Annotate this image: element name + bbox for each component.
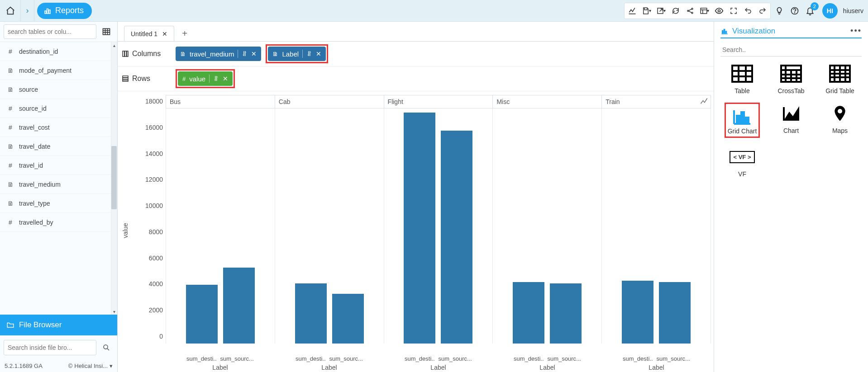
share-icon[interactable] bbox=[683, 4, 697, 18]
sidebar: #destination_id🗎mode_of_payment🗎source#s… bbox=[0, 22, 118, 372]
search-icon[interactable] bbox=[99, 340, 114, 355]
bar[interactable] bbox=[404, 113, 435, 344]
scrollbar[interactable]: ▴ ▾ bbox=[111, 42, 117, 315]
doc-icon: 🗎 bbox=[6, 67, 14, 74]
sidebar-footer: 5.2.1.1689 GA © Helical Insi... ▾ bbox=[0, 360, 117, 372]
field-label: travel_date bbox=[19, 143, 50, 150]
field-item[interactable]: 🗎mode_of_payment bbox=[0, 61, 117, 80]
fullscreen-icon[interactable] bbox=[727, 4, 740, 18]
vis-item-chart[interactable]: Chart bbox=[769, 103, 813, 138]
visualization-panel: Visualization ••• TableCrossTabGrid Tabl… bbox=[714, 22, 868, 372]
x-tick: sum_sourc... bbox=[329, 355, 363, 362]
x-tick: sum_desti.. bbox=[623, 355, 653, 362]
hash-icon: # bbox=[6, 124, 14, 131]
new-tab-button[interactable]: + bbox=[178, 26, 191, 41]
pill-value[interactable]: # value ⥯ ✕ bbox=[178, 71, 233, 86]
vis-item-label: Maps bbox=[832, 127, 848, 134]
breadcrumb-chevron[interactable]: › bbox=[21, 0, 34, 21]
more-options-icon[interactable]: ••• bbox=[850, 26, 862, 36]
y-tick: 8000 bbox=[149, 228, 163, 235]
export-icon[interactable]: ▾ bbox=[654, 4, 668, 18]
table-toggle-icon[interactable] bbox=[99, 24, 114, 39]
vis-item-crosstab[interactable]: CrossTab bbox=[769, 63, 813, 94]
remove-pill-icon[interactable]: ✕ bbox=[316, 50, 321, 57]
reports-tab[interactable]: Reports bbox=[37, 3, 92, 19]
scrollbar-thumb[interactable] bbox=[111, 146, 117, 209]
tabs-row: Untitled 1 ✕ + bbox=[118, 22, 714, 42]
home-button[interactable] bbox=[0, 0, 21, 21]
file-browser-label: File Browser bbox=[19, 320, 62, 330]
sort-icon[interactable]: ⥯ bbox=[306, 50, 312, 58]
pill-label-col[interactable]: 🗎 Label ⥯ ✕ bbox=[268, 47, 326, 61]
topbar-left: › Reports bbox=[0, 0, 92, 21]
field-item[interactable]: 🗎travel_medium bbox=[0, 175, 117, 194]
pill-label: travel_medium bbox=[190, 50, 234, 58]
bar[interactable] bbox=[295, 283, 327, 344]
field-item[interactable]: 🗎travel_date bbox=[0, 137, 117, 156]
redo-icon[interactable] bbox=[756, 4, 769, 18]
visualization-search-input[interactable] bbox=[720, 43, 862, 57]
remove-pill-icon[interactable]: ✕ bbox=[223, 75, 228, 82]
undo-icon[interactable] bbox=[741, 4, 755, 18]
sidebar-search-input[interactable] bbox=[4, 24, 96, 39]
field-item[interactable]: 🗎source bbox=[0, 80, 117, 99]
trend-line-icon[interactable] bbox=[697, 95, 711, 108]
topbar-right: ▾ ▾ ▾ 2 HI hiuserv bbox=[624, 0, 863, 21]
vis-item-maps[interactable]: Maps bbox=[818, 103, 862, 138]
bar[interactable] bbox=[513, 282, 544, 344]
remove-pill-icon[interactable]: ✕ bbox=[251, 50, 257, 57]
table-icon bbox=[728, 63, 757, 85]
field-item[interactable]: #source_id bbox=[0, 99, 117, 118]
field-item[interactable]: 🗎travel_type bbox=[0, 194, 117, 213]
scroll-up-icon[interactable]: ▴ bbox=[111, 42, 117, 48]
sort-icon[interactable]: ⥯ bbox=[242, 50, 248, 58]
scroll-down-icon[interactable]: ▾ bbox=[111, 308, 117, 315]
field-item[interactable]: #travelled_by bbox=[0, 213, 117, 232]
close-tab-icon[interactable]: ✕ bbox=[162, 30, 167, 38]
sort-icon[interactable]: ⥯ bbox=[213, 75, 219, 83]
doc-icon: 🗎 bbox=[6, 86, 14, 93]
help-icon[interactable] bbox=[788, 4, 801, 18]
chart-area: BusCabFlightMiscTrain value 020004000600… bbox=[118, 91, 714, 372]
line-chart-icon[interactable] bbox=[625, 4, 639, 18]
chart-icon bbox=[777, 103, 806, 124]
bar[interactable] bbox=[441, 131, 472, 344]
y-tick: 16000 bbox=[145, 124, 163, 131]
y-axis-ticks: 0200040006000800010000120001400016000180… bbox=[130, 108, 166, 344]
chart-panel bbox=[493, 108, 602, 344]
bar[interactable] bbox=[659, 282, 691, 344]
field-label: travel_cost bbox=[19, 124, 50, 131]
refresh-icon[interactable] bbox=[669, 4, 682, 18]
footer-caret-icon[interactable]: ▾ bbox=[110, 363, 113, 369]
file-browser-search-input[interactable] bbox=[4, 340, 96, 355]
field-label: mode_of_payment bbox=[19, 67, 72, 74]
vis-item-table[interactable]: Table bbox=[720, 63, 764, 94]
file-browser-button[interactable]: File Browser bbox=[0, 315, 117, 335]
copyright-icon: © bbox=[68, 363, 73, 369]
field-item[interactable]: #destination_id bbox=[0, 42, 117, 61]
pill-travel-medium[interactable]: 🗎 travel_medium ⥯ ✕ bbox=[176, 47, 261, 61]
bar[interactable] bbox=[223, 268, 255, 344]
notification-bell-icon[interactable]: 2 bbox=[803, 4, 817, 18]
field-item[interactable]: #travel_id bbox=[0, 156, 117, 175]
hash-icon: # bbox=[6, 48, 14, 55]
visualization-search bbox=[720, 43, 862, 57]
bar[interactable] bbox=[550, 283, 582, 344]
tab-untitled[interactable]: Untitled 1 ✕ bbox=[124, 26, 174, 41]
save-icon[interactable]: ▾ bbox=[640, 4, 653, 18]
avatar[interactable]: HI bbox=[822, 3, 838, 19]
eye-icon[interactable] bbox=[712, 4, 726, 18]
bar[interactable] bbox=[622, 281, 653, 344]
lightbulb-icon[interactable] bbox=[773, 4, 786, 18]
panel-header: Flight bbox=[384, 95, 493, 108]
bar[interactable] bbox=[332, 294, 364, 344]
layout-icon[interactable]: ▾ bbox=[698, 4, 711, 18]
vis-item-grid-table[interactable]: Grid Table bbox=[818, 63, 862, 94]
x-tick: sum_sourc... bbox=[657, 355, 690, 362]
svg-rect-15 bbox=[127, 51, 128, 57]
field-item[interactable]: #travel_cost bbox=[0, 118, 117, 137]
version-label: 5.2.1.1689 GA bbox=[5, 363, 43, 369]
vis-item-vf[interactable]: < VF >VF bbox=[720, 146, 764, 178]
bar[interactable] bbox=[186, 285, 218, 344]
vis-item-grid-chart[interactable]: Grid Chart bbox=[720, 103, 764, 138]
